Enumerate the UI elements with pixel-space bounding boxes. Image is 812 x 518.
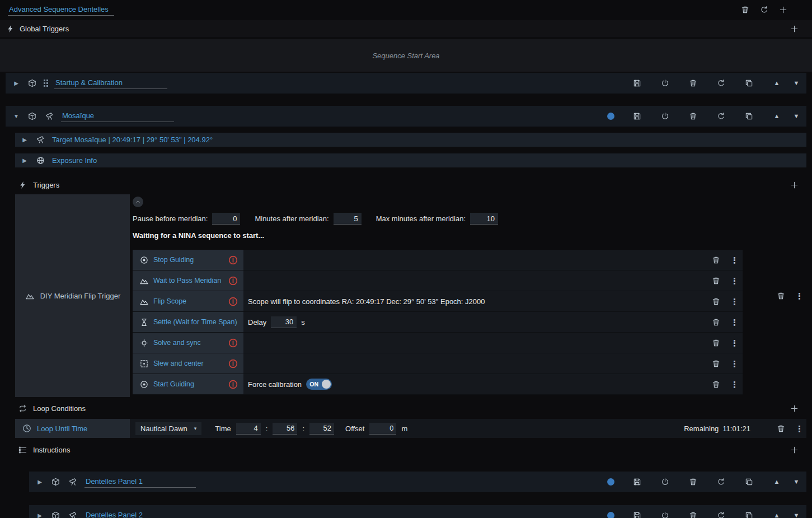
move-down-icon[interactable]: ▼ <box>791 479 802 485</box>
save-icon[interactable] <box>631 78 642 89</box>
reset-icon[interactable] <box>758 4 769 15</box>
step-cell[interactable]: Slew and center <box>133 353 243 374</box>
trash-icon[interactable] <box>687 111 698 122</box>
reset-icon[interactable] <box>715 78 726 89</box>
move-up-icon[interactable]: ▲ <box>771 512 782 518</box>
error-badge-icon <box>228 380 238 389</box>
kebab-menu-icon[interactable]: ⋮ <box>730 339 738 347</box>
step-cell[interactable]: Wait to Pass Meridian <box>133 270 243 291</box>
collapse-icon[interactable]: ▼ <box>12 114 20 119</box>
sequence-title[interactable]: Dentelles Panel 1 <box>85 476 196 488</box>
step-cell[interactable]: Start Guiding <box>133 374 243 394</box>
save-icon[interactable] <box>631 510 642 518</box>
max-minutes-after-meridian-input[interactable] <box>470 213 498 225</box>
sequence-title[interactable]: Dentelles Panel 2 <box>85 510 196 518</box>
step-cell[interactable]: Flip Scope <box>133 291 243 311</box>
trash-icon[interactable] <box>710 358 721 369</box>
status-dot[interactable] <box>607 113 614 120</box>
offset-input[interactable] <box>369 423 396 435</box>
expand-icon[interactable]: ▶ <box>36 513 44 518</box>
power-icon[interactable] <box>659 510 670 518</box>
row-toolbar: ▲ ▼ <box>607 111 802 122</box>
add-global-trigger-icon[interactable] <box>788 23 800 34</box>
trash-icon[interactable] <box>687 510 698 518</box>
status-dot[interactable] <box>607 478 614 486</box>
time-separator: : <box>302 424 304 433</box>
copy-icon[interactable] <box>743 510 754 518</box>
trigger-toolbar: ⋮ <box>763 194 806 397</box>
kebab-menu-icon[interactable]: ⋮ <box>730 277 738 285</box>
reset-icon[interactable] <box>715 111 726 122</box>
trash-icon[interactable] <box>687 477 698 488</box>
trash-icon[interactable] <box>710 379 721 390</box>
copy-icon[interactable] <box>743 111 754 122</box>
collapse-up-icon[interactable] <box>133 197 143 207</box>
telescope-icon <box>67 510 78 518</box>
step-cell[interactable]: Settle (Wait for Time Span) <box>133 312 243 332</box>
loop-condition-name-box[interactable]: Loop Until Time <box>15 419 130 438</box>
delay-unit: s <box>301 318 305 326</box>
power-icon[interactable] <box>659 78 670 89</box>
reset-icon[interactable] <box>715 477 726 488</box>
trash-icon[interactable] <box>775 290 786 301</box>
copy-icon[interactable] <box>743 78 754 89</box>
telescope-icon <box>44 111 55 122</box>
seconds-input[interactable] <box>309 423 334 435</box>
move-up-icon[interactable]: ▲ <box>771 113 782 119</box>
reset-icon[interactable] <box>715 510 726 518</box>
center-target-icon <box>139 359 149 368</box>
kebab-menu-icon[interactable]: ⋮ <box>730 297 738 306</box>
add-instruction-icon[interactable] <box>788 444 800 455</box>
move-up-icon[interactable]: ▲ <box>771 80 782 86</box>
time-source-dropdown[interactable]: Nautical Dawn ▾ <box>135 422 201 435</box>
add-trigger-icon[interactable] <box>788 179 800 190</box>
kebab-menu-icon[interactable]: ⋮ <box>795 424 803 433</box>
trash-icon[interactable] <box>710 275 721 286</box>
trash-icon[interactable] <box>775 423 786 434</box>
expand-icon[interactable]: ▶ <box>36 479 44 485</box>
power-icon[interactable] <box>659 111 670 122</box>
move-down-icon[interactable]: ▼ <box>791 512 802 518</box>
delay-input[interactable] <box>271 316 297 328</box>
step-label: Settle (Wait for Time Span) <box>153 318 238 326</box>
kebab-menu-icon[interactable]: ⋮ <box>795 292 803 300</box>
drag-handle-icon[interactable] <box>44 80 48 87</box>
sequence-start-area[interactable]: Sequence Start Area <box>0 39 812 72</box>
status-dot[interactable] <box>607 512 614 518</box>
save-icon[interactable] <box>631 111 642 122</box>
expand-icon[interactable]: ▶ <box>21 137 29 143</box>
sequence-title[interactable]: Mosaïque <box>61 110 174 122</box>
trash-icon[interactable] <box>710 316 721 328</box>
hours-input[interactable] <box>236 423 261 435</box>
pause-before-meridian-input[interactable] <box>212 213 240 225</box>
trigger-name-box[interactable]: DIY Meridian Flip Trigger <box>15 194 130 397</box>
minutes-after-meridian-input[interactable] <box>334 213 362 225</box>
trash-icon[interactable] <box>710 296 721 307</box>
add-icon[interactable] <box>777 4 788 15</box>
row-toolbar: ▲ ▼ <box>607 510 802 518</box>
minutes-input[interactable] <box>273 423 297 435</box>
trash-icon[interactable] <box>710 337 721 348</box>
force-calibration-toggle[interactable]: ON <box>306 379 332 390</box>
trash-icon[interactable] <box>710 254 721 265</box>
expand-icon[interactable]: ▶ <box>12 81 20 86</box>
copy-icon[interactable] <box>743 477 754 488</box>
kebab-menu-icon[interactable]: ⋮ <box>730 380 738 389</box>
sequence-title[interactable]: Startup & Calibration <box>54 77 167 89</box>
trash-icon[interactable] <box>739 4 750 15</box>
move-up-icon[interactable]: ▲ <box>771 479 782 485</box>
kebab-menu-icon[interactable]: ⋮ <box>730 360 738 368</box>
trash-icon[interactable] <box>687 78 698 89</box>
step-cell[interactable]: Stop Guiding <box>133 250 243 270</box>
step-cell[interactable]: Solve and sync <box>133 333 243 353</box>
move-down-icon[interactable]: ▼ <box>791 113 802 119</box>
kebab-menu-icon[interactable]: ⋮ <box>730 256 738 264</box>
save-icon[interactable] <box>631 477 642 488</box>
step-label: Stop Guiding <box>153 256 224 264</box>
move-down-icon[interactable]: ▼ <box>791 80 802 86</box>
add-loop-condition-icon[interactable] <box>788 403 800 414</box>
power-icon[interactable] <box>659 477 670 488</box>
sequence-name-input[interactable]: Advanced Sequence Dentelles <box>8 3 114 16</box>
expand-icon[interactable]: ▶ <box>21 158 29 164</box>
kebab-menu-icon[interactable]: ⋮ <box>730 318 738 326</box>
